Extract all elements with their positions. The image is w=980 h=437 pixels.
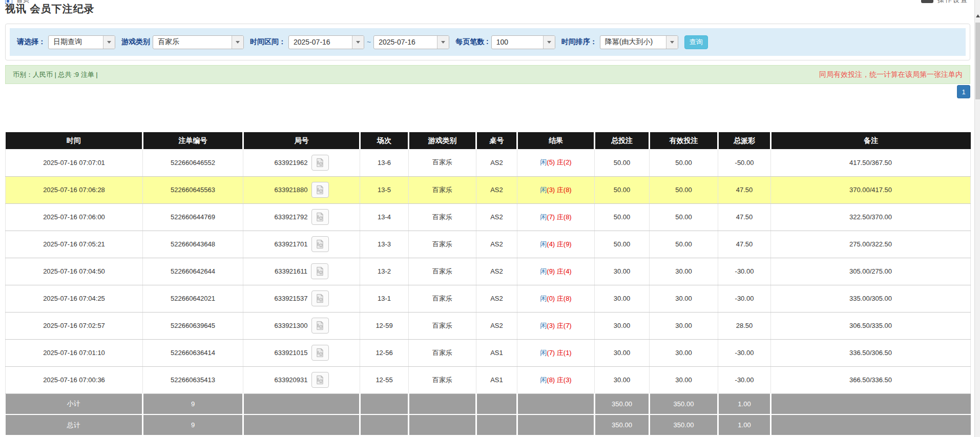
cell-table-no: AS1 (476, 366, 517, 393)
cell-payout: 47.50 (718, 231, 771, 258)
col-header-time: 时间 (6, 132, 143, 149)
cell-game-type: 百家乐 (409, 339, 476, 366)
cell-valid-bet: 30.00 (650, 366, 718, 393)
video-replay-icon[interactable] (311, 155, 329, 171)
cell-result: 闲(3) 庄(7) (517, 312, 595, 339)
result-banker-score: (2) (564, 158, 572, 166)
cell-session: 13-2 (360, 258, 409, 285)
cell-time: 2025-07-16 07:01:10 (6, 339, 143, 366)
search-button[interactable]: 查询 (684, 35, 708, 49)
cell-total-bet[interactable]: 50.00 (595, 149, 650, 176)
result-player-label: 闲 (540, 322, 547, 329)
chevron-down-icon[interactable] (352, 36, 364, 49)
video-replay-icon[interactable] (311, 236, 329, 252)
cell-payout: 47.50 (718, 203, 771, 231)
chevron-down-icon[interactable] (437, 36, 449, 49)
cell-remark: 370.00/417.50 (771, 176, 971, 203)
cell-total-bet[interactable]: 50.00 (595, 176, 650, 203)
round-id-text: 633921701 (274, 240, 307, 248)
result-player-score: (0) (547, 295, 557, 302)
cell-table-no: AS2 (476, 285, 517, 312)
subtotal-row-label: 小计 (6, 393, 143, 414)
summary-notice: 同局有效投注，统一计算在该局第一张注单内 (819, 70, 963, 79)
round-id-wrap: 633921792 (274, 209, 328, 225)
chevron-down-icon[interactable] (232, 36, 243, 49)
total-row-empty-table-no (476, 414, 517, 435)
round-id-text: 633921537 (274, 295, 307, 302)
video-replay-icon[interactable] (311, 209, 329, 225)
video-replay-icon[interactable] (311, 182, 329, 198)
cell-bet-id: 522660636414 (143, 339, 243, 366)
cell-total-bet[interactable]: 30.00 (595, 285, 650, 312)
cell-time: 2025-07-16 07:02:57 (6, 312, 143, 339)
scrollbar-up-icon[interactable] (975, 13, 980, 18)
round-id-wrap: 633920931 (274, 372, 328, 388)
video-replay-icon[interactable] (311, 345, 329, 361)
chevron-down-icon[interactable] (666, 36, 678, 49)
scrollbar-thumb[interactable] (975, 23, 980, 99)
cell-result: 闲(3) 庄(8) (517, 176, 595, 203)
total-row: 总计9350.00350.001.00 (6, 414, 971, 435)
cell-payout: 28.50 (718, 312, 771, 339)
cell-game-type: 百家乐 (409, 176, 476, 203)
chevron-down-icon[interactable] (543, 36, 555, 49)
date-from-value: 2025-07-16 (289, 36, 352, 49)
result-player-score: (8) (547, 376, 557, 384)
cell-result: 闲(4) 庄(9) (517, 231, 595, 258)
result-player-label: 闲 (540, 186, 547, 194)
settings-icon[interactable] (921, 0, 933, 3)
cell-table-no: AS2 (476, 203, 517, 231)
time-sort-label: 时间排序： (561, 37, 597, 47)
video-replay-icon[interactable] (311, 318, 329, 334)
result-player-score: (5) (547, 158, 557, 166)
cell-time: 2025-07-16 07:06:00 (6, 203, 143, 231)
cell-total-bet[interactable]: 30.00 (595, 339, 650, 366)
cell-round-id: 633921792 (243, 203, 360, 231)
page-size-select[interactable]: 100 (491, 35, 555, 49)
cell-total-bet[interactable]: 50.00 (595, 231, 650, 258)
result-player-score: (3) (547, 322, 557, 329)
time-sort-value: 降冪(由大到小) (600, 36, 666, 49)
result-banker-label: 庄 (557, 240, 564, 248)
vertical-scrollbar[interactable] (974, 0, 980, 437)
game-type-select[interactable]: 百家乐 (153, 35, 244, 49)
subtotal-row-empty-game-type (409, 393, 476, 414)
subtotal-row-valid-bet: 350.00 (650, 393, 718, 414)
pagination-page-1[interactable]: 1 (957, 85, 970, 98)
cell-total-bet[interactable]: 30.00 (595, 312, 650, 339)
cell-valid-bet: 30.00 (650, 285, 718, 312)
summary-currency-count: 币别：人民币 | 总共 :9 注单 | (13, 70, 98, 79)
cell-game-type: 百家乐 (409, 203, 476, 231)
time-sort-select[interactable]: 降冪(由大到小) (600, 35, 678, 49)
col-header-valid-bet: 有效投注 (650, 132, 718, 149)
cell-total-bet[interactable]: 30.00 (595, 366, 650, 393)
cell-result: 闲(9) 庄(4) (517, 258, 595, 285)
total-row-empty-round-id (243, 414, 360, 435)
date-to-select[interactable]: 2025-07-16 (373, 35, 449, 49)
cell-total-bet[interactable]: 50.00 (595, 203, 650, 231)
result-player-score: (9) (547, 267, 557, 275)
video-replay-icon[interactable] (311, 372, 329, 388)
cell-remark: 306.50/335.00 (771, 312, 971, 339)
cell-session: 13-4 (360, 203, 409, 231)
cell-remark: 336.50/306.50 (771, 339, 971, 366)
video-replay-icon[interactable] (311, 290, 329, 306)
chevron-down-icon[interactable] (103, 36, 115, 49)
cell-session: 12-59 (360, 312, 409, 339)
cell-round-id: 633921962 (243, 149, 360, 176)
cell-result: 闲(7) 庄(8) (517, 203, 595, 231)
cell-payout: -30.00 (718, 285, 771, 312)
table-row: 2025-07-16 07:05:21522660643648633921701… (6, 231, 971, 258)
result-player-score: (7) (547, 213, 557, 221)
query-type-select[interactable]: 日期查询 (48, 35, 115, 49)
result-banker-score: (9) (564, 240, 572, 248)
table-row: 2025-07-16 07:06:28522660645563633921880… (6, 176, 971, 203)
result-banker-score: (8) (564, 295, 572, 302)
video-replay-icon[interactable] (311, 263, 328, 279)
result-player-score: (7) (547, 349, 557, 357)
cell-round-id: 633921611 (243, 258, 360, 285)
result-player-label: 闲 (540, 267, 547, 275)
topright-label[interactable]: 操作设置 (937, 0, 968, 5)
cell-total-bet[interactable]: 30.00 (595, 258, 650, 285)
date-from-select[interactable]: 2025-07-16 (288, 35, 364, 49)
